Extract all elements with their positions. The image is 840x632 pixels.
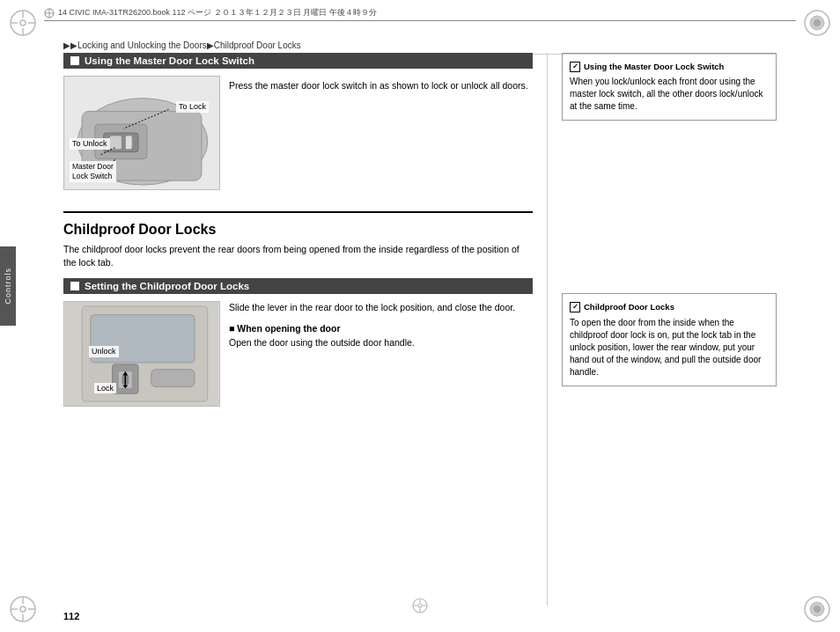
note-box-1-title: ✓ Using the Master Door Lock Switch [570,61,769,72]
childproof-section-content: Unlock Lock Slide the lever in the rear … [63,301,533,407]
master-section-heading: Using the Master Door Lock Switch [63,53,533,69]
corner-tl-decoration [7,7,39,39]
corner-bl-decoration [7,593,39,625]
bottom-crosshair [411,597,429,616]
childproof-description: The childproof door locks prevent the re… [63,243,533,269]
childproof-section-title: Childproof Door Locks [63,211,533,238]
svg-point-17 [814,606,821,613]
childproof-lock-image: Unlock Lock [63,301,220,407]
svg-point-42 [418,604,422,607]
heading-square-icon-2 [70,282,79,290]
to-unlock-label: To Unlock [70,138,110,150]
note-icon-2: ✓ [570,302,580,312]
page-number: 112 [63,611,79,621]
master-door-label: Master DoorLock Switch [70,161,116,182]
right-column: ✓ Using the Master Door Lock Switch When… [548,53,777,606]
heading-square-icon [70,56,79,65]
svg-point-1 [20,20,26,26]
note-box-2-text: To open the door from the inside when th… [570,317,769,378]
header-file-info: 14 CIVIC IMA-31TR26200.book 112 ページ ２０１３… [58,7,377,18]
lock-label: Lock [94,383,116,394]
svg-point-8 [814,19,821,26]
note-box-2: ✓ Childproof Door Locks To open the door… [562,293,777,386]
note-box-1: ✓ Using the Master Door Lock Switch When… [562,53,777,121]
svg-rect-34 [151,370,195,387]
master-lock-image: To Lock To Unlock Master DoorLock Switch [63,76,220,190]
svg-rect-26 [110,136,122,150]
note-box-2-title: ✓ Childproof Door Locks [570,301,769,312]
unlock-label: Unlock [89,346,119,357]
top-header: 14 CIVIC IMA-31TR26200.book 112 ページ ２０１３… [44,7,796,21]
setting-childproof-heading: Setting the Childproof Door Locks [63,278,533,294]
corner-tr-decoration [801,7,833,39]
note-icon-1: ✓ [570,62,580,72]
note-box-1-text: When you lock/unlock each front door usi… [570,76,769,113]
svg-point-10 [20,606,26,612]
svg-rect-27 [125,136,132,150]
crosshair-icon [44,8,55,18]
left-column: Using the Master Door Lock Switch [63,53,548,606]
right-col-spacer [562,135,777,293]
master-section-content: To Lock To Unlock Master DoorLock Switch… [63,76,533,197]
to-lock-label: To Lock [176,101,209,113]
sidebar-controls-tab: Controls [0,246,16,326]
header-text: 14 CIVIC IMA-31TR26200.book 112 ページ ２０１３… [44,7,377,18]
corner-br-decoration [801,593,833,625]
main-content: Using the Master Door Lock Switch [63,53,777,606]
